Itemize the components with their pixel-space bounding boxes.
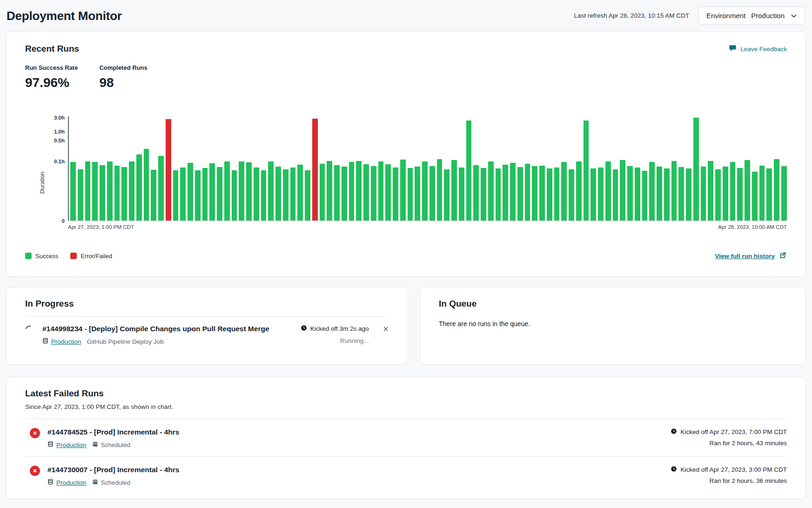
chart-bar-success[interactable]	[766, 168, 772, 221]
chart-bar-success[interactable]	[209, 163, 215, 221]
chart-bar-success[interactable]	[371, 166, 376, 221]
chart-bar-success[interactable]	[664, 168, 670, 221]
chart-bar-success[interactable]	[715, 169, 721, 221]
chart-bar-success[interactable]	[547, 168, 552, 221]
chart-bar-success[interactable]	[320, 164, 325, 221]
chart-bar-success[interactable]	[466, 120, 472, 221]
chart-bar-success[interactable]	[327, 161, 332, 221]
chart-bar-success[interactable]	[385, 164, 391, 221]
chart-bar-success[interactable]	[627, 166, 633, 221]
chart-bar-success[interactable]	[246, 162, 252, 221]
chart-bar-success[interactable]	[393, 167, 398, 221]
chart-bar-success[interactable]	[613, 169, 618, 221]
chart-bar-failed[interactable]	[166, 119, 171, 221]
chart-bar-success[interactable]	[202, 168, 208, 221]
chart-bar-success[interactable]	[378, 161, 384, 221]
chart-bar-success[interactable]	[554, 167, 560, 221]
chart-bar-success[interactable]	[114, 166, 120, 221]
chart-bar-success[interactable]	[136, 154, 142, 221]
chart-bar-success[interactable]	[180, 167, 186, 221]
chart-bar-success[interactable]	[334, 165, 340, 221]
chart-bar-success[interactable]	[408, 168, 413, 221]
chart-bar-success[interactable]	[678, 167, 684, 221]
chart-bar-success[interactable]	[517, 167, 523, 221]
chart-bar-success[interactable]	[195, 170, 201, 221]
environment-dropdown[interactable]: Environment Production	[698, 7, 805, 25]
chart-bar-success[interactable]	[584, 120, 589, 221]
chart-bar-success[interactable]	[158, 156, 164, 221]
chart-bar-success[interactable]	[496, 168, 501, 221]
chart-bar-success[interactable]	[459, 167, 464, 221]
chart-bar-success[interactable]	[275, 167, 281, 221]
chart-bar-success[interactable]	[745, 160, 750, 221]
chart-bar-success[interactable]	[232, 170, 237, 221]
close-icon[interactable]: ✕	[383, 325, 389, 334]
chart-bar-success[interactable]	[730, 162, 736, 221]
chart-bar-success[interactable]	[774, 159, 779, 221]
chart-bar-success[interactable]	[539, 166, 545, 221]
chart-bar-success[interactable]	[239, 161, 244, 221]
environment-link[interactable]: Production	[47, 479, 87, 486]
chart-bar-success[interactable]	[422, 161, 428, 221]
chart-bar-success[interactable]	[576, 161, 582, 221]
chart-bar-success[interactable]	[356, 161, 362, 221]
chart-bar-success[interactable]	[349, 162, 355, 221]
chart-bar-success[interactable]	[261, 170, 267, 221]
chart-bar-failed[interactable]	[312, 119, 318, 221]
chart-bar-success[interactable]	[686, 168, 691, 221]
chart-bar-success[interactable]	[591, 168, 596, 221]
chart-bar-success[interactable]	[429, 166, 435, 221]
chart-bar-success[interactable]	[451, 160, 457, 221]
chart-bar-success[interactable]	[107, 161, 113, 221]
chart-bar-success[interactable]	[701, 167, 706, 221]
environment-link[interactable]: Production	[47, 441, 87, 448]
chart-bar-success[interactable]	[488, 161, 494, 221]
chart-bar-success[interactable]	[415, 167, 420, 221]
view-full-run-history-link[interactable]: View full run history	[715, 251, 787, 261]
chart-bar-success[interactable]	[70, 162, 76, 221]
chart-bar-success[interactable]	[510, 163, 516, 221]
chart-bar-success[interactable]	[708, 161, 713, 221]
chart-bar-success[interactable]	[444, 169, 450, 221]
chart-bar-success[interactable]	[151, 170, 156, 221]
chart-bar-success[interactable]	[561, 162, 567, 221]
chart-bar-success[interactable]	[92, 162, 98, 221]
chart-bar-success[interactable]	[635, 167, 640, 221]
chart-bar-success[interactable]	[100, 165, 105, 221]
chart-bar-success[interactable]	[342, 167, 347, 221]
chart-bar-success[interactable]	[759, 166, 765, 221]
chart-bar-success[interactable]	[400, 160, 406, 221]
chart-bar-success[interactable]	[605, 161, 611, 221]
chart-bar-success[interactable]	[254, 167, 259, 221]
chart-bar-success[interactable]	[224, 161, 230, 221]
chart-bar-success[interactable]	[363, 164, 369, 221]
chart-bar-success[interactable]	[532, 166, 537, 221]
chart-bar-success[interactable]	[144, 149, 149, 221]
chart-bar-success[interactable]	[290, 167, 296, 221]
chart-bar-success[interactable]	[305, 170, 310, 221]
chart-bar-success[interactable]	[642, 171, 648, 221]
chart-bar-success[interactable]	[649, 162, 655, 221]
chart-bar-success[interactable]	[78, 169, 83, 221]
chart-bar-success[interactable]	[781, 166, 787, 221]
chart-bar-success[interactable]	[297, 165, 303, 221]
chart-bar-success[interactable]	[121, 167, 127, 221]
chart-bar-success[interactable]	[671, 161, 677, 221]
chart-bar-success[interactable]	[569, 169, 574, 221]
chart-bar-success[interactable]	[481, 168, 486, 221]
leave-feedback-button[interactable]: Leave Feedback	[729, 44, 787, 53]
chart-bar-success[interactable]	[85, 161, 91, 221]
environment-link[interactable]: Production	[42, 338, 81, 345]
chart-bar-success[interactable]	[283, 169, 289, 221]
chart-bar-success[interactable]	[598, 167, 604, 221]
chart-bar-success[interactable]	[188, 163, 193, 221]
chart-bar-success[interactable]	[752, 172, 758, 221]
chart-bar-success[interactable]	[437, 159, 443, 221]
chart-bar-success[interactable]	[503, 165, 508, 221]
chart-bar-success[interactable]	[525, 164, 530, 221]
chart-bar-success[interactable]	[693, 118, 699, 221]
chart-bar-success[interactable]	[657, 167, 662, 221]
chart-bar-success[interactable]	[723, 167, 728, 221]
chart-bar-success[interactable]	[620, 160, 625, 221]
chart-bar-success[interactable]	[737, 168, 743, 221]
